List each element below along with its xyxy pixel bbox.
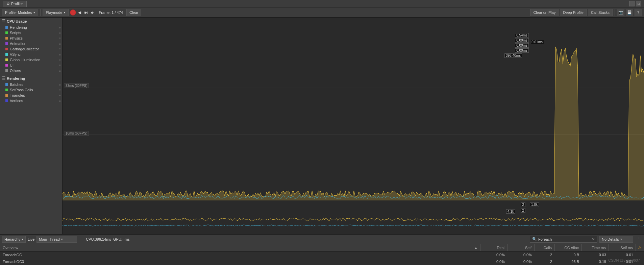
search-box[interactable]: 🔍 ✕ — [530, 236, 597, 243]
row1-self: 0.0% — [507, 251, 535, 258]
batches-color — [5, 83, 8, 86]
gc-color — [5, 48, 8, 50]
sidebar-item-vsync[interactable]: VSync ≡ — [0, 52, 62, 57]
drag-handle: ≡ — [59, 83, 61, 87]
sidebar-item-physics[interactable]: Physics ≡ — [0, 35, 62, 41]
table-row[interactable]: ForeachGC3 0.0% 0.0% 2 96 B 0.19 — [0, 258, 644, 265]
row1-warning — [636, 251, 644, 258]
profiler-tab-label: Profiler — [11, 2, 23, 6]
lower-section: Hierarchy Live Main Thread CPU:396.14ms … — [0, 234, 644, 265]
render-canvas — [63, 200, 644, 234]
row1-calls: 2 — [535, 251, 555, 258]
gc-label: GarbageCollector — [10, 47, 39, 51]
help-icon[interactable]: ? — [635, 9, 642, 16]
rendering-section-icon: ☰ — [2, 76, 5, 80]
table-row[interactable]: ForeachGC 0.0% 0.0% 2 0 B 0.03 0 — [0, 251, 644, 258]
col-header-self[interactable]: Self — [507, 244, 535, 251]
scripts-color — [5, 31, 8, 34]
animation-label: Animation — [10, 42, 26, 46]
table-header: Overview ▲ Total Self Calls GC Alloc Tim… — [0, 244, 644, 251]
vertices-color — [5, 99, 8, 102]
col-header-timems[interactable]: Time ms — [582, 244, 609, 251]
more-options-icon[interactable]: ⋮ — [629, 1, 635, 6]
profiler-tab-icon: ⚙ — [6, 2, 10, 6]
cpu-info: CPU:396.14ms GPU:--ms — [86, 237, 130, 241]
physics-label: Physics — [10, 36, 23, 40]
col-header-calls[interactable]: Calls — [535, 244, 555, 251]
sidebar-item-scripts[interactable]: Scripts ≡ — [0, 30, 62, 35]
cpu-section-header[interactable]: ☰ CPU Usage — [0, 18, 62, 25]
record-button[interactable] — [70, 9, 76, 16]
scripts-label: Scripts — [10, 31, 21, 35]
row1-timems: 0.03 — [582, 251, 609, 258]
sidebar-item-triangles[interactable]: Triangles ≡ — [0, 93, 62, 98]
vertices-label: Vertices — [10, 99, 23, 103]
frame-info: Frame: 1 / 474 — [97, 10, 125, 15]
live-label: Live — [28, 237, 34, 241]
drag-handle: ≡ — [59, 58, 61, 62]
sidebar-item-ui[interactable]: UI ≡ — [0, 63, 62, 68]
sidebar-item-rendering[interactable]: Rendering ≡ — [0, 25, 62, 30]
toolbar-sep-2 — [615, 9, 615, 16]
clear-button[interactable]: Clear — [126, 9, 141, 16]
row1-name: ForeachGC — [0, 251, 480, 258]
ui-color — [5, 64, 8, 67]
main-toolbar: Profiler Modules Playmode ◀ ⏮ ⏭ Frame: 1… — [0, 7, 644, 18]
row1-gcalloc: 0 B — [555, 251, 582, 258]
toolbar-sep-1 — [40, 9, 41, 16]
col-header-gcalloc[interactable]: GC Alloc — [555, 244, 582, 251]
vsync-color — [5, 53, 8, 56]
deep-profile-button[interactable]: Deep Profile — [560, 9, 587, 16]
col-header-total[interactable]: Total — [480, 244, 507, 251]
no-details-dropdown[interactable]: No Details — [599, 236, 633, 243]
cpu-chart[interactable]: 33ms (30FPS) 16ms (60FPS) 0.54ms 0.00ms … — [63, 18, 644, 200]
hierarchy-dropdown[interactable]: Hierarchy — [2, 236, 26, 243]
sidebar-item-setpass[interactable]: SetPass Calls ≡ — [0, 87, 62, 93]
hierarchy-more-icon[interactable]: ⋮ — [635, 236, 642, 243]
drag-handle: ≡ — [59, 64, 61, 67]
sidebar-item-others[interactable]: Others ≡ — [0, 68, 62, 73]
rendering-chart[interactable]: 2 2 1.0k 4.1k — [63, 200, 644, 234]
sidebar-item-animation[interactable]: Animation ≡ — [0, 41, 62, 46]
search-input[interactable] — [538, 237, 590, 241]
profiler-tab[interactable]: ⚙ Profiler — [3, 1, 27, 7]
step-back-button[interactable]: ⏮ — [83, 10, 89, 15]
others-color — [5, 69, 8, 72]
col-header-overview[interactable]: Overview ▲ — [0, 244, 480, 251]
profiler-modules-button[interactable]: Profiler Modules — [2, 9, 38, 16]
sidebar-item-vertices[interactable]: Vertices ≡ — [0, 98, 62, 103]
sort-icon: ▲ — [474, 246, 477, 249]
rendering-section-header[interactable]: ☰ Rendering — [0, 75, 62, 82]
step-forward-button[interactable]: ⏭ — [90, 10, 95, 15]
sidebar-item-batches[interactable]: Batches ≡ — [0, 82, 62, 87]
rendering-section-label: Rendering — [7, 76, 25, 80]
hierarchy-toolbar: Hierarchy Live Main Thread CPU:396.14ms … — [0, 235, 644, 244]
thread-dropdown[interactable]: Main Thread — [36, 236, 77, 243]
drag-handle: ≡ — [59, 69, 61, 73]
fps-33-label: 33ms (30FPS) — [64, 83, 89, 88]
row2-calls: 2 — [535, 258, 555, 265]
row1-selfms: 0.01 — [609, 251, 636, 258]
title-bar: ⚙ Profiler ⋮ □ — [0, 0, 644, 7]
cpu-section-label: CPU Usage — [7, 19, 27, 23]
sidebar-item-gi[interactable]: Global Illumination ≡ — [0, 57, 62, 63]
save-icon[interactable]: 💾 — [626, 9, 633, 16]
sidebar-item-gc[interactable]: GarbageCollector ≡ — [0, 46, 62, 52]
row2-gcalloc: 96 B — [555, 258, 582, 265]
col-header-selfms[interactable]: Self ms — [609, 244, 636, 251]
drag-handle: ≡ — [59, 53, 61, 56]
screenshot-icon[interactable]: 📷 — [617, 9, 624, 16]
drag-handle: ≡ — [59, 42, 61, 46]
playmode-button[interactable]: Playmode — [43, 9, 69, 16]
search-clear-icon[interactable]: ✕ — [592, 237, 595, 242]
call-stacks-button[interactable]: Call Stacks — [588, 9, 613, 16]
cpu-canvas — [63, 18, 644, 200]
maximize-icon[interactable]: □ — [636, 1, 641, 6]
clear-on-play-button[interactable]: Clear on Play — [530, 9, 559, 16]
triangles-label: Triangles — [10, 93, 25, 97]
gi-label: Global Illumination — [10, 58, 41, 62]
prev-frame-button[interactable]: ◀ — [77, 10, 82, 15]
drag-handle: ≡ — [59, 47, 61, 51]
col-header-warning[interactable]: ⚠ — [636, 244, 644, 251]
row1-total: 0.0% — [480, 251, 507, 258]
